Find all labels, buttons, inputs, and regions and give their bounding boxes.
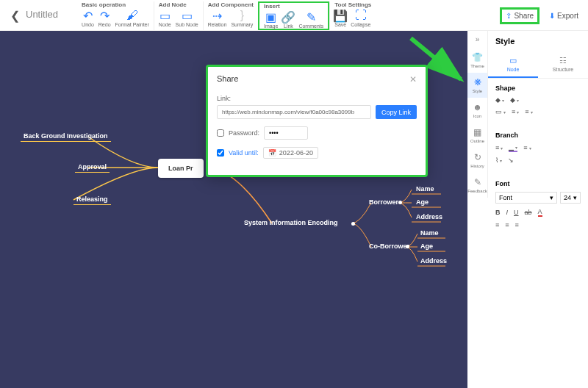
shape-fill[interactable]: ◆▾ [495,96,504,104]
italic-button[interactable]: I [506,208,509,217]
node-root[interactable]: Loan Pr [158,159,204,178]
summary-button[interactable]: }Summary [231,10,253,27]
node-tab-icon: ▭ [488,56,538,65]
dialog-close[interactable]: ✕ [409,74,417,85]
node-button[interactable]: ▭Node [159,10,171,27]
calendar-icon: 📅 [268,149,276,157]
redo-icon: ↷ [98,10,110,21]
branch-weight[interactable]: ≡▾ [523,143,531,152]
tab-structure[interactable]: ☷Structure [538,51,588,78]
leaf[interactable]: Name [416,185,434,193]
sidebar-collapse[interactable]: » [467,31,487,48]
history-icon: ↻ [467,152,487,162]
sidebar-item-history[interactable]: ↻History [467,148,487,173]
share-icon: ⇪ [506,12,512,20]
relation-button[interactable]: ⇢Relation [208,10,227,27]
link-input[interactable] [217,105,371,119]
leaf[interactable]: Age [420,242,433,250]
branch-line[interactable]: ≡▾ [495,143,503,152]
shape-border-color[interactable]: ◆▾ [510,96,519,104]
comments-button[interactable]: ✎Comments [298,11,323,29]
toolbar-group-tool-settings: Tool Settings💾Save⛶Collapse [329,1,376,30]
export-button[interactable]: ⬇ Export [545,10,582,22]
toolbar-group-add-node: Add Node▭Node▭Sub Node [154,1,203,30]
font-family-select[interactable]: Font▾ [495,192,557,204]
image-button[interactable]: ▣Image [264,11,278,29]
branch-end[interactable]: ↘ [508,157,514,164]
password-input[interactable] [264,126,308,140]
collapse-button[interactable]: ⛶Collapse [351,10,370,27]
link-icon: 🔗 [282,11,294,23]
node-borrower[interactable]: Borrower [369,198,398,206]
node-icon: ▭ [159,10,171,21]
right-panel: Style ▭Node☷Structure Shape ◆▾ ◆▾ ▭▾ ≡▾ … [488,31,588,388]
sidebar-item-outline[interactable]: ▦Outline [467,123,487,148]
link-button[interactable]: 🔗Link [282,11,294,29]
undo-icon: ↶ [82,10,93,21]
leaf[interactable]: Address [416,213,442,220]
valid-checkbox[interactable] [217,149,224,157]
structure-tab-icon: ☷ [538,56,588,65]
format-painter-button[interactable]: 🖌Format Painter [115,10,149,27]
sidebar-item-style[interactable]: ❋Style [467,73,487,98]
font-color-button[interactable]: A [538,208,542,217]
branch-color[interactable]: ▁▾ [509,143,517,152]
back-button[interactable]: ❮ [6,1,24,30]
copy-link-button[interactable]: Copy Link [376,105,417,119]
sidebar-item-feedback[interactable]: ✎Feedback [467,173,487,198]
style-icon: ❋ [467,77,487,87]
image-icon: ▣ [265,11,277,23]
sub-node-button[interactable]: ▭Sub Node [176,10,198,27]
align-left[interactable]: ≡ [495,221,499,229]
section-branch: Branch [495,132,581,139]
export-label: Export [557,12,578,20]
toolbar-group-basic-operation: Basic operation↶Undo↷Redo🖌Format Painter [77,1,154,30]
save-button[interactable]: 💾Save [334,10,346,27]
node-coborrower[interactable]: Co-Borrower [369,242,409,250]
node-left-0[interactable]: Back Ground Investigation [21,131,111,142]
password-label: Password: [229,129,259,137]
toolbar: Basic operation↶Undo↷Redo🖌Format Painter… [77,1,376,30]
shape-weight[interactable]: ≡▾ [525,108,532,115]
sidebar-item-icon[interactable]: ☻Icon [467,98,487,123]
summary-icon: } [236,10,248,21]
toolbar-group-add-component: Add Component⇢Relation}Summary [203,1,258,30]
section-font: Font [495,180,581,187]
leaf[interactable]: Age [416,198,429,206]
format-painter-icon: 🖌 [126,10,138,21]
font-size-select[interactable]: 24▾ [560,192,581,204]
relation-icon: ⇢ [212,10,223,21]
header: ❮ Untitled Basic operation↶Undo↷Redo🖌For… [0,0,588,31]
shape-style[interactable]: ▭▾ [495,108,506,115]
tab-node[interactable]: ▭Node [488,51,538,78]
undo-button[interactable]: ↶Undo [82,10,94,27]
shape-line[interactable]: ≡▾ [512,108,519,115]
dialog-title: Share [217,74,238,85]
export-icon: ⬇ [549,12,555,20]
icon-icon: ☻ [467,102,487,112]
comments-icon: ✎ [305,11,317,23]
bold-button[interactable]: B [495,208,501,217]
password-checkbox[interactable] [217,129,224,137]
theme-icon: 👕 [467,52,487,62]
node-left-2[interactable]: Releasing [74,194,111,205]
share-button[interactable]: ⇪ Share [500,7,539,24]
valid-date-input[interactable]: 📅 2022-06-20 [263,147,318,159]
redo-button[interactable]: ↷Redo [98,10,111,27]
panel-title: Style [488,31,588,51]
section-shape: Shape [495,85,581,92]
valid-label: Valid until: [229,149,259,157]
leaf[interactable]: Name [420,229,439,237]
sidebar-item-theme[interactable]: 👕Theme [467,48,487,73]
node-right-main[interactable]: System Information Encoding [244,219,338,226]
underline-button[interactable]: U [514,208,519,217]
align-right[interactable]: ≡ [515,221,519,229]
align-center[interactable]: ≡ [505,221,509,229]
sidebar: » 👕Theme❋Style☻Icon▦Outline↻History✎Feed… [467,31,488,198]
sub-node-icon: ▭ [181,10,193,21]
branch-style[interactable]: ⌇▾ [495,157,502,164]
share-dialog: Share ✕ Link: Copy Link Password: Valid … [206,65,428,177]
node-left-1[interactable]: Approval [75,162,110,173]
leaf[interactable]: Address [420,257,447,265]
strike-button[interactable]: ab [525,208,532,217]
